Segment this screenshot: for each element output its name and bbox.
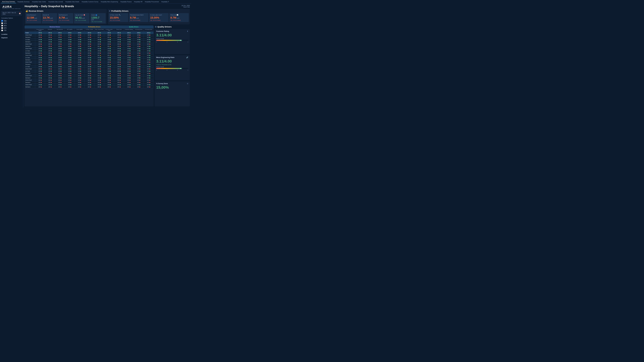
dot-red-icon <box>80 55 81 56</box>
dot-red-icon <box>51 46 52 47</box>
profitability-kpi-cards: % Theor. COGS 🔧 15.00% -50, -5.6 % vs Bu… <box>109 13 189 22</box>
theor-cogs-icon[interactable]: 🔧 <box>119 14 120 16</box>
data-cell: 100 <box>35 56 45 59</box>
menu-engineering-share-icon[interactable]: 🔗 <box>186 56 188 58</box>
customer-rating-share-icon[interactable]: ⬆ <box>187 30 188 32</box>
nav-hospitality-summary[interactable]: Hospitality Summary <box>16 0 31 3</box>
square-green-icon <box>100 60 101 60</box>
dot-red-icon <box>120 35 121 36</box>
data-cell: 100 <box>35 36 45 38</box>
qtd-checkbox[interactable] <box>1 27 3 29</box>
option-mtd[interactable]: MTD <box>1 24 22 27</box>
avg-cover-icon[interactable]: 🎯 <box>84 14 85 16</box>
dot-red-icon <box>139 80 140 81</box>
gross-revenue-info-icon[interactable]: ℹ <box>36 14 36 16</box>
data-cell: 100 <box>134 61 144 63</box>
revenue-drivers-section: 💰 Revenue Drivers Gross Revenue ℹ 12.5MQ… <box>24 9 107 24</box>
data-cell: 100 <box>74 34 84 36</box>
data-cell: 100 <box>45 84 55 86</box>
row-name: La Casa <box>24 56 35 59</box>
data-cell: 100 <box>55 50 65 52</box>
nav-hospitality-daily-overall[interactable]: Hospitality Daily (overall) <box>48 0 64 3</box>
net-revenue-info-icon[interactable]: ⊕ <box>66 14 68 16</box>
logo-sub: HOSPITALITY & FOOD SERVICES <box>2 8 21 9</box>
dot-red-icon <box>60 46 62 47</box>
data-cell: 100 <box>65 45 74 47</box>
nav-hospitality-daily-details[interactable]: Hospitality Daily Details <box>64 0 80 3</box>
dot-red-icon <box>51 35 52 36</box>
square-green-icon <box>80 42 81 42</box>
nav-hospitality-customer-survey[interactable]: Hospitality Customer Survey <box>80 0 100 3</box>
net-revenue-change: -50, -5.8 % vs Bud) <box>59 20 72 21</box>
prime-cost-icon[interactable]: 📊 <box>177 14 178 16</box>
data-cell: 100 <box>74 59 84 61</box>
menu-engineering-ticks: 0 2 3 4 <box>156 70 188 71</box>
option-wtd[interactable]: WTD <box>1 22 22 24</box>
survey-done-info-icon[interactable]: ⊘ <box>187 83 188 84</box>
dot-red-icon <box>130 37 130 38</box>
data-cell: 100 <box>124 61 134 63</box>
option-qtd[interactable]: QTD <box>1 27 22 29</box>
square-green-icon <box>110 32 111 33</box>
theor-cogs-change: -50, -5.6 % vs Bud) <box>110 20 127 21</box>
data-cell: 100 <box>74 61 84 63</box>
row-name: Damasco <box>24 45 35 47</box>
dot-red-icon <box>110 44 111 44</box>
square-green-icon <box>149 55 150 56</box>
data-cell: 100 <box>104 41 114 43</box>
nav-hospitality-hr[interactable]: Hospitality HR <box>133 0 144 3</box>
data-cell: 100 <box>65 66 74 68</box>
nav-aura-group-summary[interactable]: Aura Group Summary <box>1 0 16 3</box>
square-green-icon <box>80 71 81 72</box>
square-green-icon <box>139 32 140 33</box>
discount-title: Discount ⊗ <box>43 14 56 16</box>
data-cell: 100 <box>94 74 104 77</box>
option-daily[interactable]: Daily <box>1 20 22 22</box>
square-green-icon <box>80 78 81 78</box>
nav-hospitality-finance[interactable]: Hospitality Finance <box>119 0 132 3</box>
data-cell: 100 <box>35 54 45 56</box>
data-cell: 100 <box>134 70 144 72</box>
date-range-picker[interactable]: Dec 01, 2019 - Nov 10, 2020 📅 <box>1 11 22 16</box>
square-green-icon <box>60 50 62 51</box>
square-green-icon <box>120 84 121 85</box>
nav-hospitality-it[interactable]: Hospitality IT <box>160 0 170 3</box>
square-green-icon <box>41 71 42 72</box>
square-green-icon <box>70 57 71 58</box>
square-green-icon <box>130 78 130 78</box>
square-green-icon <box>80 60 81 60</box>
data-cell: 100 <box>124 54 134 56</box>
daily-checkbox[interactable] <box>1 20 3 22</box>
mtd-checkbox[interactable] <box>1 25 3 26</box>
data-cell: 100 <box>94 77 104 79</box>
dot-red-icon <box>149 68 150 70</box>
discount-info-icon[interactable]: ⊗ <box>48 14 49 16</box>
nav-hospitality-daily-outlets[interactable]: Hospitality Daily Outlets <box>31 0 47 3</box>
table-row: Orient Pearl1001001001001001001001001001… <box>24 68 154 70</box>
nav-hospitality-procurement[interactable]: Hospitality Procurement <box>144 0 160 3</box>
option-ytd[interactable]: YTD <box>1 29 22 32</box>
labor-cost-icon[interactable]: ℹ <box>162 14 162 16</box>
data-cell: 100 <box>55 66 65 68</box>
data-cell: 100 <box>94 38 104 40</box>
covers-icon[interactable]: 👥 <box>96 14 97 16</box>
data-cell: 100 <box>45 54 55 56</box>
data-cell: 100 <box>55 68 65 70</box>
net-revenue-card: Net Revenue ⊕ 8.7MQAR -50, -5.8 % vs Bud… <box>58 13 73 23</box>
wtd-checkbox[interactable] <box>1 22 3 24</box>
data-cell: 100 <box>114 74 124 77</box>
data-cell: 100 <box>84 56 94 59</box>
dot-red-icon <box>90 73 91 74</box>
theor-gp-icon[interactable]: ℹ <box>143 14 144 16</box>
data-cell: 100 <box>144 34 154 36</box>
row-name: Damasco <box>24 59 35 61</box>
data-cell: 100 <box>45 56 55 59</box>
table-row: Damasco100100100100100100100100100100100… <box>24 36 154 38</box>
square-green-icon <box>110 50 111 51</box>
ytd-checkbox[interactable] <box>1 30 3 31</box>
dot-red-icon <box>130 55 130 56</box>
data-cell: 100 <box>74 74 84 77</box>
nav-hospitality-menu-engineering[interactable]: Hospitality Menu Engineering <box>100 0 119 3</box>
data-cell: 100 <box>104 61 114 63</box>
square-green-icon <box>110 39 111 40</box>
